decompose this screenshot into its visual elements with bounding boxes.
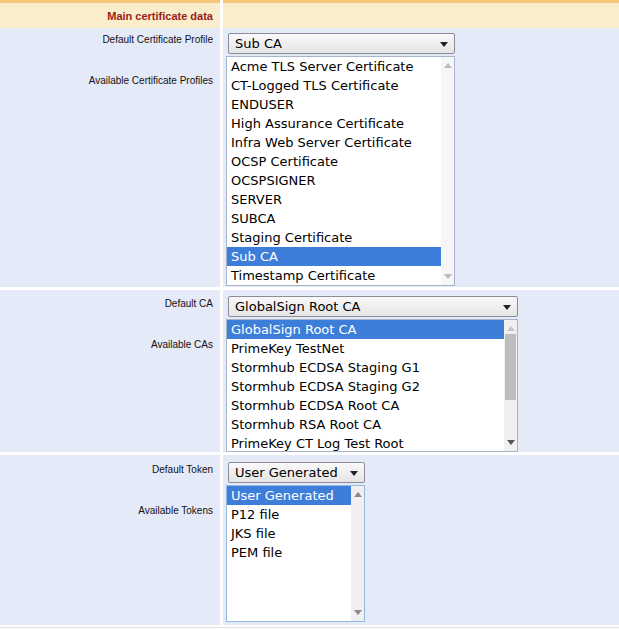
scroll-down-icon[interactable] <box>507 440 515 445</box>
list-option[interactable]: GlobalSign Root CA <box>227 320 504 339</box>
list-option[interactable]: ENDUSER <box>227 95 441 114</box>
available-certificate-profiles-label: Available Certificate Profiles <box>89 75 213 86</box>
token-controls-cell: User Generated User GeneratedP12 fileJKS… <box>223 455 619 625</box>
list-option[interactable]: Timestamp Certificate <box>227 266 441 285</box>
list-option[interactable]: Staging Certificate <box>227 228 441 247</box>
scroll-down-icon[interactable] <box>354 610 362 615</box>
available-tokens-label: Available Tokens <box>138 505 213 516</box>
header-row: Main certificate data <box>0 0 619 28</box>
default-certificate-profile-select[interactable]: Sub CA <box>228 33 455 54</box>
select-value: GlobalSign Root CA <box>229 299 361 314</box>
bottom-divider <box>0 627 619 628</box>
chevron-down-icon <box>350 471 358 476</box>
option-group: Acme TLS Server CertificateCT-Logged TLS… <box>227 57 454 285</box>
chevron-down-icon <box>503 305 511 310</box>
list-option[interactable]: SUBCA <box>227 209 441 228</box>
list-option[interactable]: OCSPSIGNER <box>227 171 441 190</box>
available-cas-list[interactable]: GlobalSign Root CAPrimeKey TestNetStormh… <box>226 319 518 452</box>
list-option[interactable]: Sub CA <box>227 247 441 266</box>
default-token-label: Default Token <box>152 464 213 475</box>
list-option[interactable]: P12 file <box>227 505 351 524</box>
list-option[interactable]: OCSP Certificate <box>227 152 441 171</box>
select-value: User Generated <box>229 465 338 480</box>
chevron-down-icon <box>440 42 448 47</box>
scroll-down-icon[interactable] <box>444 274 452 279</box>
list-option[interactable]: PrimeKey TestNet <box>227 339 504 358</box>
ca-section: Default CA Available CAs GlobalSign Root… <box>0 290 619 452</box>
ca-labels-cell: Default CA Available CAs <box>0 290 220 452</box>
token-labels-cell: Default Token Available Tokens <box>0 455 220 625</box>
header-title-cell: Main certificate data <box>0 0 220 28</box>
list-option[interactable]: Infra Web Server Certificate <box>227 133 441 152</box>
list-option[interactable]: PrimeKey CT Log Test Root <box>227 434 504 452</box>
available-cas-label: Available CAs <box>151 339 213 350</box>
option-group: GlobalSign Root CAPrimeKey TestNetStormh… <box>227 320 517 452</box>
scrollbar-thumb[interactable] <box>505 334 516 400</box>
list-option[interactable]: Stormhub RSA Root CA <box>227 415 504 434</box>
scrollbar[interactable] <box>351 486 364 621</box>
list-option[interactable]: CT-Logged TLS Certificate <box>227 76 441 95</box>
list-option[interactable]: User Generated <box>227 486 351 505</box>
list-option[interactable]: JKS file <box>227 524 351 543</box>
ca-controls-cell: GlobalSign Root CA GlobalSign Root CAPri… <box>223 290 619 452</box>
option-group: User GeneratedP12 fileJKS filePEM file <box>227 486 364 562</box>
default-ca-select[interactable]: GlobalSign Root CA <box>228 296 518 317</box>
default-certificate-profile-label: Default Certificate Profile <box>102 34 213 45</box>
list-option[interactable]: Stormhub ECDSA Root CA <box>227 396 504 415</box>
available-certificate-profiles-list[interactable]: Acme TLS Server CertificateCT-Logged TLS… <box>226 56 455 286</box>
certificate-profile-section: Default Certificate Profile Available Ce… <box>0 28 619 287</box>
section-title: Main certificate data <box>107 10 220 22</box>
list-option[interactable]: High Assurance Certificate <box>227 114 441 133</box>
scroll-up-icon[interactable] <box>354 492 362 497</box>
select-value: Sub CA <box>229 36 282 51</box>
scrollbar[interactable] <box>441 57 454 285</box>
main-certificate-data-panel: Main certificate data Default Certificat… <box>0 0 619 629</box>
default-token-select[interactable]: User Generated <box>228 462 365 483</box>
certificate-profile-labels-cell: Default Certificate Profile Available Ce… <box>0 28 220 287</box>
scroll-up-icon[interactable] <box>444 63 452 68</box>
available-tokens-list[interactable]: User GeneratedP12 fileJKS filePEM file <box>226 485 365 622</box>
list-option[interactable]: PEM file <box>227 543 351 562</box>
header-spacer-cell <box>223 0 619 28</box>
list-option[interactable]: Acme TLS Server Certificate <box>227 57 441 76</box>
list-option[interactable]: SERVER <box>227 190 441 209</box>
default-ca-label: Default CA <box>165 298 213 309</box>
scrollbar[interactable] <box>504 320 517 451</box>
token-section: Default Token Available Tokens User Gene… <box>0 455 619 625</box>
list-option[interactable]: Stormhub ECDSA Staging G1 <box>227 358 504 377</box>
list-option[interactable]: Stormhub ECDSA Staging G2 <box>227 377 504 396</box>
scroll-up-icon[interactable] <box>507 326 515 331</box>
certificate-profile-controls-cell: Sub CA Acme TLS Server CertificateCT-Log… <box>223 28 619 287</box>
